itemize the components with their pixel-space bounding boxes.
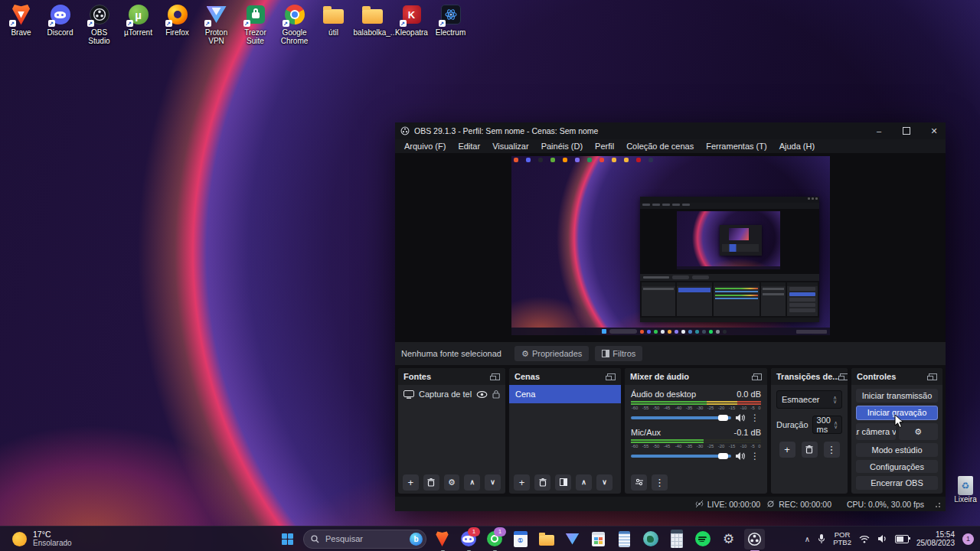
- taskbar-file-explorer[interactable]: [536, 529, 557, 549]
- remove-transition-button[interactable]: [802, 442, 818, 458]
- controls-dock-header[interactable]: Controles: [851, 368, 942, 385]
- transitions-dock: Transições de... Esmaecer ∧∨ Duração 300…: [771, 368, 848, 494]
- add-transition-button[interactable]: +: [779, 442, 795, 458]
- transitions-dock-header[interactable]: Transições de...: [771, 368, 848, 385]
- menu-item[interactable]: Perfil: [589, 142, 620, 151]
- lock-icon[interactable]: [492, 390, 500, 399]
- taskbar-obs-studio-active[interactable]: [744, 529, 765, 549]
- obs-preview-canvas[interactable]: [395, 153, 946, 342]
- start-button[interactable]: [277, 529, 298, 549]
- remove-scene-button[interactable]: [534, 474, 550, 491]
- eye-visible-icon[interactable]: [476, 391, 488, 398]
- desktop-icon-electrum[interactable]: ↗ Electrum: [431, 3, 470, 45]
- desktop-icon-recycle-bin[interactable]: ♻ Lixeira: [946, 476, 980, 504]
- menu-item[interactable]: Editar: [452, 142, 486, 151]
- add-source-button[interactable]: +: [403, 474, 419, 491]
- scenes-dock-header[interactable]: Cenas: [509, 368, 621, 385]
- menu-item[interactable]: Visualizar: [486, 142, 535, 151]
- scene-row-selected[interactable]: Cena: [509, 385, 621, 403]
- desktop-icon-kleopatra[interactable]: K↗ Kleopatra: [392, 3, 431, 45]
- properties-button[interactable]: ⚙ Propriedades: [514, 346, 589, 361]
- transition-select[interactable]: Esmaecer ∧∨: [776, 390, 842, 409]
- volume-slider-handle[interactable]: [718, 415, 728, 421]
- settings-button[interactable]: Configurações: [856, 460, 938, 474]
- start-streaming-button[interactable]: Iniciar transmissão: [856, 389, 938, 403]
- desktop-icon-firefox[interactable]: ↗ Firefox: [158, 3, 197, 45]
- desktop-icon-balabolka-folder[interactable]: balabolka_...: [353, 3, 392, 45]
- move-scene-up-button[interactable]: ∧: [576, 474, 592, 491]
- move-source-up-button[interactable]: ∧: [464, 474, 480, 491]
- taskbar-search[interactable]: b: [303, 530, 426, 549]
- desktop-icon-brave[interactable]: ↗ Brave: [2, 3, 41, 45]
- close-button[interactable]: ✕: [923, 122, 946, 139]
- taskbar-clock[interactable]: 15:54 25/08/2023: [916, 530, 955, 547]
- kleopatra-icon: K↗: [400, 3, 423, 26]
- mixer-menu-kebab-button[interactable]: ⋮: [652, 474, 668, 491]
- advanced-audio-button[interactable]: [631, 474, 647, 491]
- menu-item[interactable]: Ajuda (H): [773, 142, 821, 151]
- weather-widget[interactable]: 17°C Ensolarado: [12, 530, 72, 547]
- microphone-icon[interactable]: [818, 533, 825, 544]
- filters-button[interactable]: Filtros: [595, 346, 642, 361]
- desktop-icon-util-folder[interactable]: útil: [314, 3, 353, 45]
- transition-properties-kebab-button[interactable]: ⋮: [824, 442, 840, 458]
- menu-item[interactable]: Arquivo (F): [398, 142, 452, 151]
- taskbar-notepad[interactable]: [614, 529, 635, 549]
- speaker-icon[interactable]: [735, 452, 745, 461]
- taskbar-app-window[interactable]: ①: [510, 529, 531, 549]
- exit-obs-button[interactable]: Encerrar OBS: [856, 476, 938, 490]
- duration-spinner[interactable]: 300 ms ∧∨: [812, 416, 842, 434]
- desktop-icon-proton-vpn[interactable]: ↗ Proton VPN: [197, 3, 236, 45]
- volume-slider-handle[interactable]: [718, 453, 728, 459]
- mixer-dock-header[interactable]: Mixer de áudio: [625, 368, 767, 385]
- desktop-icon-discord[interactable]: ↗ Discord: [41, 3, 80, 45]
- desktop-icon-utorrent[interactable]: µ↗ µTorrent: [119, 3, 158, 45]
- channel-menu-kebab-icon[interactable]: ⋮: [749, 412, 761, 423]
- proton-vpn-icon: ↗: [205, 3, 228, 26]
- remove-source-button[interactable]: [423, 474, 439, 491]
- hidden-icons-chevron[interactable]: ∧: [805, 535, 810, 543]
- desktop-icon-trezor-suite[interactable]: ↗ Trezor Suite: [236, 3, 275, 45]
- notepad-icon: [619, 531, 630, 547]
- studio-mode-button[interactable]: Modo estúdio: [856, 443, 938, 457]
- resize-grip[interactable]: [933, 500, 941, 508]
- taskbar-proton-vpn[interactable]: [562, 529, 583, 549]
- speaker-icon[interactable]: [735, 413, 745, 422]
- taskbar-spotify[interactable]: [692, 529, 713, 549]
- taskbar-calculator[interactable]: [666, 529, 687, 549]
- taskbar-whatsapp[interactable]: 1: [484, 529, 505, 549]
- notification-count-badge[interactable]: 1: [962, 533, 974, 545]
- scene-filters-button[interactable]: [555, 474, 571, 491]
- language-indicator[interactable]: POR PTB2: [833, 531, 851, 546]
- volume-icon[interactable]: [877, 534, 887, 543]
- meter-tick-label: -30: [697, 406, 704, 412]
- audio-meter: [631, 442, 761, 443]
- move-source-down-button[interactable]: ∨: [485, 474, 501, 491]
- battery-icon[interactable]: [895, 535, 909, 543]
- menu-item[interactable]: Ferramentas (T): [700, 142, 773, 151]
- start-virtual-camera-button[interactable]: Iniciar câmera virtual: [856, 423, 896, 440]
- obs-titlebar[interactable]: OBS 29.1.3 - Perfil: Sem nome - Cenas: S…: [395, 122, 946, 139]
- source-properties-button[interactable]: ⚙: [444, 474, 460, 491]
- taskbar-discord[interactable]: 1: [458, 529, 479, 549]
- sources-dock-header[interactable]: Fontes: [398, 368, 505, 385]
- menu-item[interactable]: Coleção de cenas: [620, 142, 700, 151]
- search-input[interactable]: [324, 533, 393, 544]
- maximize-button[interactable]: [895, 122, 918, 139]
- add-scene-button[interactable]: +: [514, 474, 530, 491]
- desktop-icon-google-chrome[interactable]: ↗ Google Chrome: [275, 3, 314, 45]
- volume-slider[interactable]: [631, 452, 731, 461]
- channel-menu-kebab-icon[interactable]: ⋮: [749, 451, 761, 461]
- desktop-icon-obs-studio[interactable]: ↗ OBS Studio: [80, 3, 119, 45]
- firefox-icon: ↗: [166, 3, 189, 26]
- taskbar-microsoft-store[interactable]: [588, 529, 609, 549]
- minimize-button[interactable]: –: [867, 122, 890, 139]
- taskbar-settings[interactable]: ⚙: [718, 529, 739, 549]
- wifi-icon[interactable]: [859, 535, 870, 543]
- taskbar-brave[interactable]: [432, 529, 452, 549]
- taskbar-globe-app[interactable]: [640, 529, 661, 549]
- move-scene-down-button[interactable]: ∨: [596, 474, 612, 491]
- volume-slider[interactable]: [631, 413, 731, 422]
- source-row[interactable]: Captura de tela: [398, 385, 505, 403]
- menu-item[interactable]: Painéis (D): [535, 142, 589, 151]
